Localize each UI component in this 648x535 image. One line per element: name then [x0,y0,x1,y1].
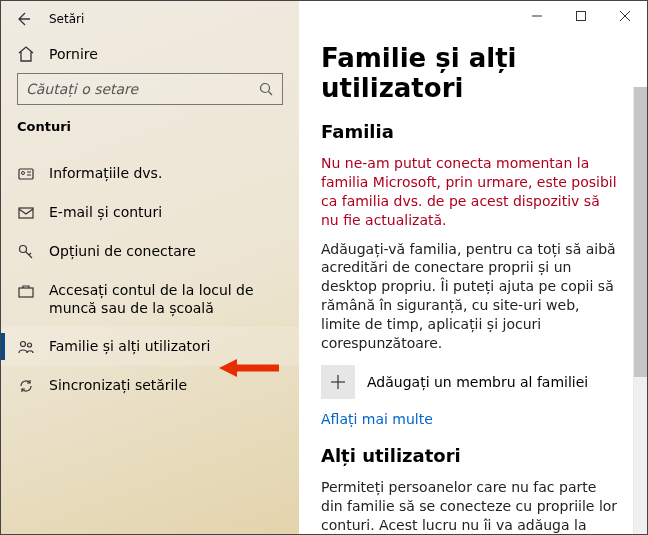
home-link[interactable]: Pornire [1,37,299,73]
nav-item-work[interactable]: Accesați contul de la locul de muncă sau… [1,271,299,327]
family-body: Adăugați-vă familia, pentru ca toți să a… [321,240,621,353]
content-pane: Familie și alți utilizatori Familia Nu n… [299,1,647,534]
svg-point-10 [28,343,32,347]
back-button[interactable] [13,9,33,29]
family-warning: Nu ne-am putut conecta momentan la famil… [321,154,621,230]
svg-point-0 [261,83,270,92]
window-controls [515,1,647,31]
minimize-button[interactable] [515,1,559,31]
nav-item-signin[interactable]: Opțiuni de conectare [1,232,299,271]
plus-icon [321,365,355,399]
home-icon [17,45,35,63]
titlebar: Setări [1,1,299,37]
svg-point-7 [20,246,27,253]
maximize-button[interactable] [559,1,603,31]
search-box[interactable] [17,73,283,105]
close-button[interactable] [603,1,647,31]
nav-label: Informațiile dvs. [49,164,162,182]
others-heading: Alți utilizatori [321,445,629,466]
id-card-icon [17,165,35,183]
sync-icon [17,377,35,395]
nav-label: Sincronizați setările [49,376,187,394]
svg-point-3 [22,172,25,175]
add-family-label: Adăugați un membru al familiei [367,374,588,390]
scrollbar[interactable] [633,87,647,534]
briefcase-icon [17,282,35,300]
family-heading: Familia [321,121,629,142]
add-family-member-button[interactable]: Adăugați un membru al familiei [321,365,629,399]
people-icon [17,338,35,356]
home-label: Pornire [49,46,98,62]
nav-label: Familie și alți utilizatori [49,337,210,355]
annotation-arrow-icon [219,356,281,380]
nav-item-your-info[interactable]: Informațiile dvs. [1,154,299,193]
category-header: Conturi [1,119,299,142]
svg-rect-2 [19,169,33,179]
search-icon [259,82,274,97]
mail-icon [17,204,35,222]
svg-marker-20 [219,359,237,377]
nav-label: Opțiuni de conectare [49,242,196,260]
nav-label: Accesați contul de la locul de muncă sau… [49,281,283,317]
key-icon [17,243,35,261]
window-title: Setări [49,12,84,26]
svg-line-1 [269,91,273,95]
nav-label: E-mail și conturi [49,203,162,221]
others-body: Permiteți persoanelor care nu fac parte … [321,478,621,534]
svg-point-9 [21,342,26,347]
sidebar: Setări Pornire Conturi Informațiile dvs.… [1,1,299,534]
svg-rect-16 [577,12,586,21]
arrow-left-icon [15,11,31,27]
nav-item-email[interactable]: E-mail și conturi [1,193,299,232]
page-title: Familie și alți utilizatori [321,43,629,103]
svg-rect-6 [19,208,33,218]
scrollbar-thumb[interactable] [634,87,647,377]
search-input[interactable] [26,81,259,97]
svg-rect-8 [19,288,33,297]
learn-more-link[interactable]: Aflați mai multe [321,411,629,427]
